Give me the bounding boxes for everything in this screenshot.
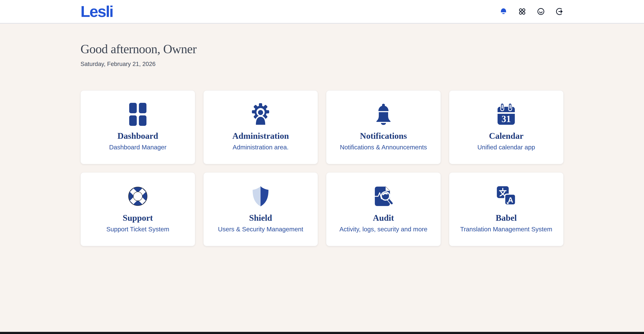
calendar-icon: 31 — [495, 103, 518, 126]
card-title: Notifications — [326, 131, 440, 141]
app-card-babel[interactable]: A Babel Translation Management System — [449, 172, 564, 246]
document-magnifier-icon — [372, 185, 395, 208]
card-subtitle: Support Ticket System — [81, 226, 195, 233]
card-subtitle: Notifications & Announcements — [326, 144, 440, 151]
grid-2x2-icon — [126, 103, 149, 126]
card-subtitle: Administration area. — [204, 144, 318, 151]
lesli-logo[interactable]: Lesli — [80, 4, 113, 20]
app-card-audit[interactable]: Audit Activity, logs, security and more — [326, 172, 441, 246]
card-title: Calendar — [449, 131, 564, 141]
app-card-dashboard[interactable]: Dashboard Dashboard Manager — [80, 90, 195, 164]
smiley-profile-icon[interactable] — [537, 8, 545, 16]
babel-letter-label: A — [508, 196, 513, 204]
main-content: Good afternoon, Owner Saturday, February… — [80, 24, 564, 246]
lifebuoy-icon — [126, 185, 149, 208]
greeting-date: Saturday, February 21, 2026 — [80, 61, 564, 67]
card-title: Audit — [326, 213, 440, 223]
card-subtitle: Users & Security Management — [204, 226, 318, 233]
bell-icon — [372, 103, 395, 126]
card-subtitle: Translation Management System — [449, 226, 564, 233]
top-navbar: Lesli — [0, 0, 644, 24]
translate-icon: A — [495, 185, 518, 208]
navbar-actions — [500, 8, 564, 16]
notifications-bell-icon[interactable] — [500, 8, 508, 16]
card-subtitle: Dashboard Manager — [81, 144, 195, 151]
card-title: Shield — [204, 213, 318, 223]
app-card-calendar[interactable]: 31 Calendar Unified calendar app — [449, 90, 564, 164]
calendar-day-label: 31 — [502, 114, 511, 124]
shield-icon — [249, 185, 272, 208]
logout-icon[interactable] — [556, 8, 564, 16]
apps-grid-icon[interactable] — [518, 8, 526, 16]
greeting-title: Good afternoon, Owner — [80, 42, 564, 56]
card-title: Dashboard — [81, 131, 195, 141]
app-cards-grid: Dashboard Dashboard Manager — [80, 90, 564, 246]
app-card-notifications[interactable]: Notifications Notifications & Announceme… — [326, 90, 441, 164]
footer-bar — [0, 332, 644, 334]
card-title: Administration — [204, 131, 318, 141]
user-gear-icon — [249, 103, 272, 126]
card-subtitle: Activity, logs, security and more — [326, 226, 440, 233]
app-card-administration[interactable]: Administration Administration area. — [204, 90, 318, 164]
app-card-support[interactable]: Support Support Ticket System — [80, 172, 195, 246]
card-title: Support — [81, 213, 195, 223]
card-subtitle: Unified calendar app — [449, 144, 564, 151]
card-title: Babel — [449, 213, 564, 223]
app-card-shield[interactable]: Shield Users & Security Management — [204, 172, 318, 246]
